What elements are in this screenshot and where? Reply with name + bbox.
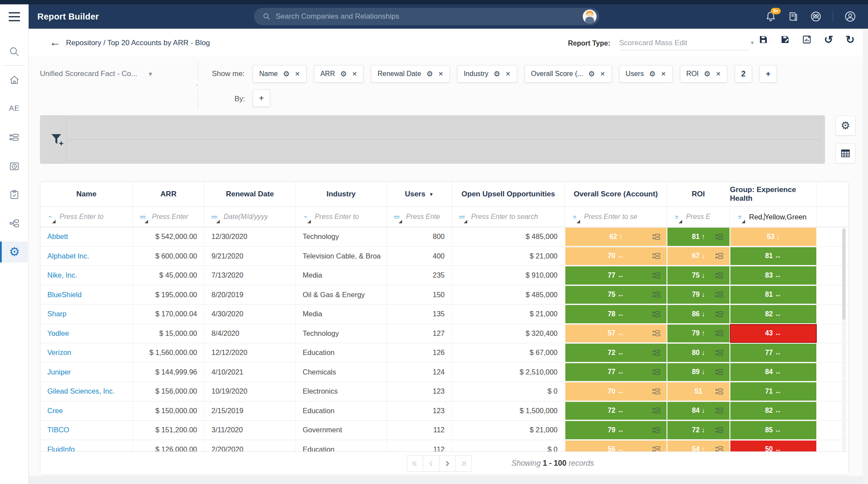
account-name-link[interactable]: Yodlee [40,324,133,343]
next-page-button[interactable] [439,455,455,472]
sidebar-item-scorecards[interactable] [0,127,29,148]
table-settings-button[interactable]: ⚙ [835,116,855,136]
chip-remove-icon[interactable]: ✕ [716,70,721,77]
hamburger-menu-icon[interactable] [9,12,20,24]
account-name-link[interactable]: TIBCO [40,421,133,440]
score-cell[interactable]: 77 ↔ [565,266,667,285]
filter-operator-icon[interactable]: ~ [300,212,310,222]
by-add-button[interactable]: + [253,90,270,107]
chip-page-2-button[interactable]: 2 [735,65,752,83]
add-chart-button[interactable] [801,34,812,45]
global-search-input[interactable]: Search Companies and Relationships [254,8,599,25]
score-cell[interactable]: 75 ↔ [565,285,667,305]
score-cell[interactable]: 72 ↔ [565,401,667,421]
report-type-select[interactable]: Scorecard Mass Edit [619,36,749,50]
score-cell[interactable]: 62 ↑ [565,227,667,246]
account-name-link[interactable]: Nike, Inc. [40,266,133,285]
account-name-link[interactable]: Alphabet Inc. [40,247,133,266]
chip-gear-icon[interactable]: ⚙ [588,70,595,78]
score-cell[interactable]: 82 ↔ [730,401,817,421]
column-filter-cell[interactable]: ==Press Enter [133,207,205,227]
score-cell[interactable]: 82 ↔ [730,305,817,324]
filter-input-placeholder[interactable]: Press E [686,213,710,221]
score-cell[interactable]: 79 ↑ [667,324,730,343]
score-cell[interactable]: 70 ↔ [565,382,667,401]
filter-input-placeholder[interactable]: Press Enter to search [471,213,538,221]
filter-operator-icon[interactable]: = [671,212,682,222]
chip-gear-icon[interactable]: ⚙ [283,70,290,78]
column-filter-cell[interactable]: =Press E [667,207,730,227]
column-filter-cell[interactable]: =Red,Yellow,Green [730,207,817,227]
column-header[interactable]: Name [40,182,133,206]
table-scrollbar[interactable] [842,228,846,473]
chip-gear-icon[interactable]: ⚙ [340,70,347,78]
column-header[interactable]: Open Upsell Opportunities [452,182,565,206]
score-cell[interactable]: 84 ↔ [730,363,817,382]
filter-operator-icon[interactable]: ~ [45,212,55,222]
score-cell[interactable]: 85 ↔ [730,421,817,440]
column-header[interactable]: ARR [133,182,205,206]
sidebar-item-settings[interactable]: ⚙ [0,242,29,262]
filter-operator-icon[interactable]: == [456,212,467,222]
score-cell[interactable]: 57 ↔ [565,324,667,343]
last-page-button[interactable] [455,455,472,472]
score-cell[interactable]: 54 ↑ [667,440,730,453]
column-header[interactable]: Industry [296,182,387,206]
filter-operator-icon[interactable]: == [391,212,402,222]
score-cell[interactable]: 81 ↔ [730,285,817,305]
field-chip[interactable]: ROI⚙✕ [680,65,727,83]
field-chip[interactable]: Overall Score (...⚙✕ [525,65,612,83]
column-filter-cell[interactable]: ~Press Enter to [40,207,133,227]
filter-input-placeholder[interactable]: Press Enter to se [584,213,637,221]
add-field-button[interactable]: + [759,65,777,83]
column-header[interactable]: Overall Score (Account) [565,182,667,206]
filter-operator-icon[interactable]: = [569,212,580,222]
score-cell[interactable]: 79 ↓ [667,285,730,305]
save-as-button[interactable] [779,34,791,45]
score-cell[interactable]: 72 ↓ [667,421,730,440]
add-filter-funnel-icon[interactable] [50,132,65,147]
score-cell[interactable]: 70 ↔ [565,247,667,266]
score-cell[interactable]: 81 ↑ [667,227,730,246]
score-cell[interactable]: 43 ↔ [730,324,817,343]
chip-remove-icon[interactable]: ✕ [438,70,443,77]
filter-slot-2[interactable] [66,139,821,161]
filter-input[interactable]: Red,Yellow,Green [749,213,806,221]
notifications-bell-icon[interactable]: 9+ [765,11,776,22]
column-header[interactable]: Renewal Date [205,182,296,206]
score-cell[interactable]: 56 ↔ [565,440,667,453]
page-scrollbar[interactable] [863,29,868,484]
chip-remove-icon[interactable]: ✕ [600,70,605,77]
column-header[interactable]: Users▼ [387,182,452,206]
score-cell[interactable]: 77 ↔ [565,363,667,382]
sidebar-item-search[interactable] [0,41,29,62]
score-cell[interactable]: 67 ↓ [667,247,730,266]
score-cell[interactable]: 77 ↔ [730,343,817,362]
filter-drop-panel[interactable] [40,115,825,164]
column-filter-cell[interactable]: ==Date(M/d/yyyy [205,207,296,227]
account-name-link[interactable]: Gilead Sciences, Inc. [40,382,133,401]
chip-gear-icon[interactable]: ⚙ [704,70,710,78]
account-name-link[interactable]: Verizon [40,343,133,362]
score-cell[interactable]: 50 ↔ [730,440,817,453]
chip-remove-icon[interactable]: ✕ [661,70,666,77]
chip-remove-icon[interactable]: ✕ [295,70,300,77]
chip-gear-icon[interactable]: ⚙ [426,70,433,78]
score-cell[interactable]: 75 ↓ [667,266,730,285]
filter-input-placeholder[interactable]: Press Ente [406,213,440,221]
score-cell[interactable]: 51 [667,382,730,401]
column-filter-cell[interactable]: ==Press Ente [387,207,452,227]
sidebar-item-home[interactable] [0,70,29,90]
sidebar-item-timeline[interactable] [0,156,29,176]
filter-operator-icon[interactable]: = [734,212,745,222]
redo-button[interactable]: ↻ [845,34,856,45]
sidebar-item-ae[interactable]: AE [0,98,29,119]
column-filter-cell[interactable]: =Press Enter to se [565,207,667,227]
account-name-link[interactable]: Cree [40,401,133,421]
data-source-select[interactable]: Unified Scorecard Fact - Co... ▼ [40,65,170,83]
filter-input-placeholder[interactable]: Press Enter to [315,213,359,221]
score-cell[interactable]: 72 ↔ [565,343,667,362]
account-name-link[interactable]: Abbett [40,227,133,246]
previous-page-button[interactable] [423,455,439,472]
score-cell[interactable]: 89 ↓ [667,363,730,382]
